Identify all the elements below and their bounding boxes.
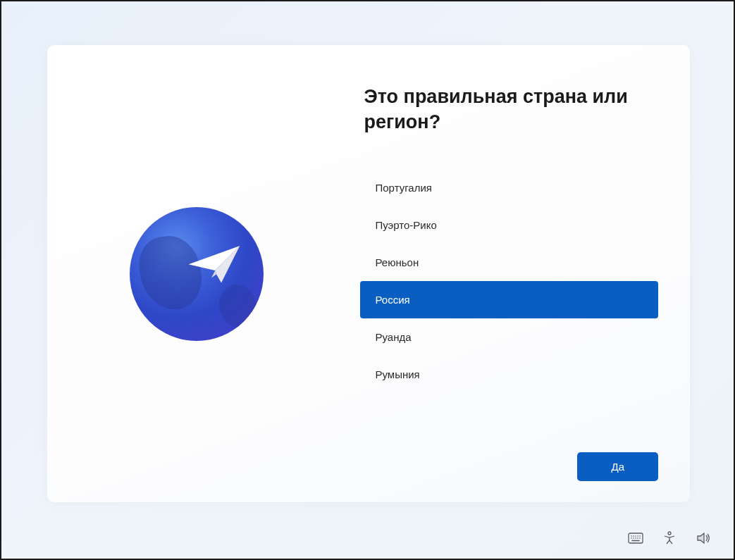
taskbar-tray — [628, 530, 711, 546]
paper-plane-icon — [185, 241, 248, 290]
country-item-romania[interactable]: Румыния — [360, 356, 659, 393]
volume-icon[interactable] — [696, 530, 711, 546]
country-item-russia[interactable]: Россия — [360, 281, 659, 318]
confirm-button[interactable]: Да — [577, 452, 658, 481]
country-item-rwanda[interactable]: Руанда — [360, 318, 659, 356]
country-list[interactable]: Португалия Пуэрто-Рико Реюньон Россия Ру… — [360, 169, 659, 393]
country-item-portugal[interactable]: Португалия — [360, 169, 659, 206]
accessibility-icon[interactable] — [662, 530, 677, 546]
setup-card: Это правильная страна или регион? Португ… — [47, 45, 690, 502]
page-title: Это правильная страна или регион? — [360, 84, 659, 135]
country-item-reunion[interactable]: Реюньон — [360, 244, 659, 281]
content-panel: Это правильная страна или регион? Португ… — [360, 45, 691, 502]
globe-illustration — [130, 207, 264, 341]
illustration-panel — [47, 45, 360, 502]
svg-point-12 — [668, 532, 671, 535]
country-item-puerto-rico[interactable]: Пуэрто-Рико — [360, 206, 659, 244]
keyboard-icon[interactable] — [628, 530, 643, 546]
